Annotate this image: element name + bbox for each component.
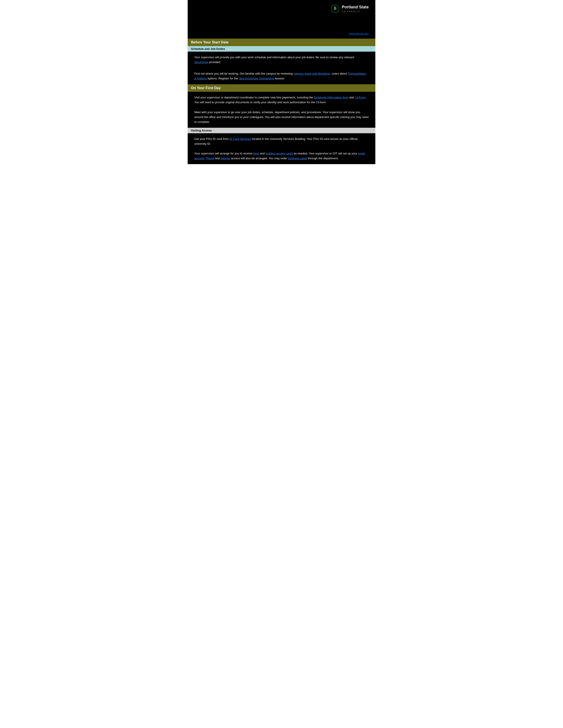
getting-access-header: Getting Access [188,128,375,133]
new-employee-onboarding-link[interactable]: New Employee Onboarding [239,77,274,80]
logo-name: Portland State [342,5,369,10]
phone-link[interactable]: Phone [206,157,214,160]
logo-university: UNIVERSITY [342,10,360,13]
before-start-text1: Your supervisor will provide you with yo… [194,55,369,65]
page-header: Portland State UNIVERSITY [188,0,375,18]
business-cards-link[interactable]: business cards [288,157,307,160]
getting-access-text2: Your supervisor will arrange for you to … [194,151,369,161]
employee-info-form-link[interactable]: Employee Information form [314,96,349,99]
first-day-text1: Visit your supervisor or department coor… [194,95,369,105]
before-start-block2: Find out where you will be working. Get … [188,68,375,84]
contact-email-link[interactable]: sskbre@pdx.edu [349,32,369,35]
psu-logo-icon [331,4,340,13]
before-start-block1: Your supervisor will provide you with yo… [188,52,375,68]
sub-header-block [188,18,375,31]
internet-link[interactable]: internet [220,157,230,160]
documents-link[interactable]: documents [194,60,208,64]
first-day-block1: Visit your supervisor or department coor… [188,92,375,128]
before-start-text2: Find out where you will be working. Get … [194,71,369,81]
keys-link[interactable]: keys [253,152,259,155]
logo-area: Portland State UNIVERSITY [331,4,369,13]
logo-text-block: Portland State UNIVERSITY [342,5,369,13]
getting-access-text1: Get your PSU ID card from ID Card Servic… [194,137,369,146]
first-day-text2: Meet with your supervisor to go over you… [194,110,369,124]
before-start-header: Before Your Start Date [188,39,375,46]
i9-form-link[interactable]: I-9 Form [355,96,366,99]
getting-access-block: Get your PSU ID card from ID Card Servic… [188,133,375,164]
first-day-header: On Your First Day [188,84,375,92]
email-line: sskbre@pdx.edu [188,31,375,39]
schedule-subheader: Schedule and Job Duties [188,46,375,52]
campus-maps-link[interactable]: campus maps and directions [294,72,330,75]
building-access-cards-link[interactable]: building access cards [265,152,293,155]
id-card-services-link[interactable]: ID Card Services [229,137,251,141]
